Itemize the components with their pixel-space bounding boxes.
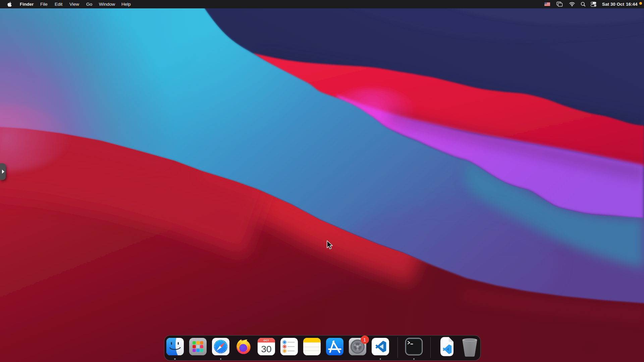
svg-text:OCT: OCT bbox=[263, 339, 269, 342]
svg-text:30: 30 bbox=[261, 344, 271, 354]
